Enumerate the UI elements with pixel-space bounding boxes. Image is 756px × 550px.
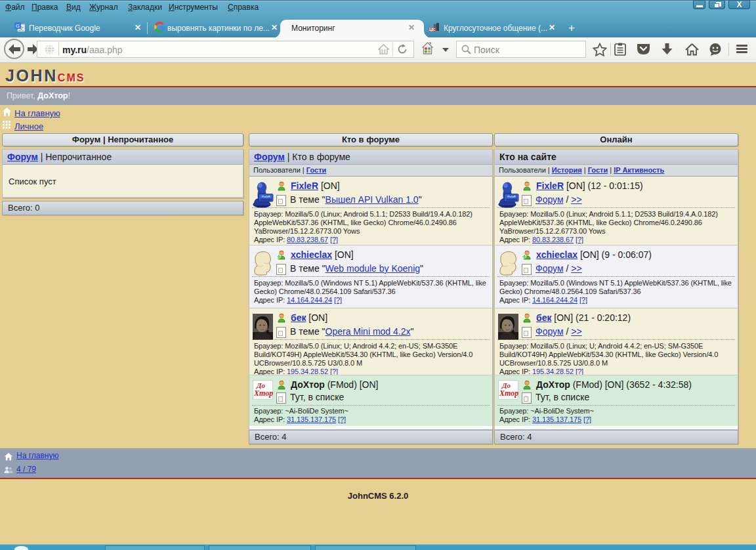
svg-text:G: G [16,23,20,29]
svg-text:FixleR: FixleR [507,195,516,198]
svg-text:FixleR: FixleR [262,195,270,198]
svg-text:ЦДС: ЦДС [429,28,436,32]
